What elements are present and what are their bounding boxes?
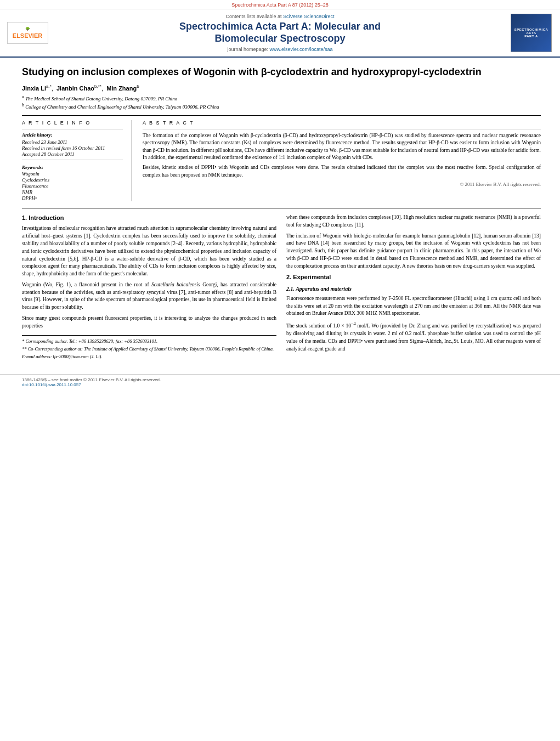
journal-top-bar: Spectrochimica Acta Part A 87 (2012) 25–…: [0, 0, 560, 9]
header-center: Contents lists available at SciVerse Sci…: [54, 14, 506, 52]
history-label: Article history:: [22, 132, 123, 138]
footnote-3: E-mail address: ljx-2000@tom.com (J. Li)…: [22, 354, 276, 360]
body-right-col: when these compounds from inclusion comp…: [286, 214, 541, 361]
article-content: Studying on inclusion complexes of Wogon…: [0, 58, 560, 370]
keyword-5: DPPH•: [22, 195, 123, 201]
article-info-header: A R T I C L E I N F O: [22, 120, 123, 126]
keyword-3: Fluorescence: [22, 183, 123, 189]
keyword-2: Cyclodextrins: [22, 177, 123, 183]
affiliation-a: a The Medical School of Shanxi Datong Un…: [22, 94, 541, 101]
keyword-1: Wogonin: [22, 171, 123, 177]
doi-text: doi:10.1016/j.saa.2011.10.057: [22, 382, 538, 387]
article-info-col: A R T I C L E I N F O Article history: R…: [22, 120, 132, 201]
elsevier-logo-area: 🌳 ELSEVIER: [5, 22, 49, 44]
homepage-link[interactable]: www.elsevier.com/locate/saa: [270, 47, 333, 52]
author-min: Min Zhang: [106, 85, 137, 92]
header-right-logo: SPECTROCHIMICAACTAPART A: [511, 14, 555, 52]
sep-thin-3: [143, 129, 541, 129]
intro-para-1: Investigations of molecular recognition …: [22, 225, 276, 278]
sep-thin-1: [22, 129, 123, 129]
intro-para-2: Wogonin (Wo, Fig. 1), a flavonoid presen…: [22, 281, 276, 312]
journal-homepage: journal homepage: www.elsevier.com/locat…: [54, 47, 506, 52]
elsevier-wordmark: ELSEVIER: [13, 32, 42, 39]
affiliations: a The Medical School of Shanxi Datong Un…: [22, 94, 541, 110]
issn-text: 1386-1425/$ – see front matter © 2011 El…: [22, 377, 538, 382]
right-para-1: when these compounds from inclusion comp…: [286, 214, 541, 229]
footnotes-area: * Corresponding author. Tel.: +86 139352…: [22, 335, 276, 360]
badge-label: SPECTROCHIMICAACTAPART A: [514, 28, 548, 38]
received-date: Received 23 June 2011: [22, 139, 123, 145]
elsevier-tree-icon: 🌳: [13, 27, 42, 31]
section1-title: 1. Introduction: [22, 214, 276, 222]
keywords-label: Keywords:: [22, 165, 123, 170]
subsection2-1-title: 2.1. Apparatus and materials: [286, 285, 541, 293]
sciverse-link[interactable]: SciVerse ScienceDirect: [283, 14, 335, 19]
author-jianbin: Jianbin Chao: [56, 85, 94, 92]
footnote-2: ** Co-Corresponding author at: The Insti…: [22, 346, 276, 353]
body-two-col: 1. Introduction Investigations of molecu…: [22, 214, 541, 361]
abstract-text-2: Besides, kinetic studies of DPPH• with W…: [143, 164, 541, 179]
authors-line: Jinxia Lia,*, Jianbin Chaob,**, Min Zhan…: [22, 84, 541, 92]
contents-line: Contents lists available at SciVerse Sci…: [54, 14, 506, 19]
journal-title: Spectrochimica Acta Part A: Molecular an…: [54, 21, 506, 44]
abstract-text-1: The formation of the complexes of Wogoni…: [143, 132, 541, 161]
affiliation-b: b College of Chemistry and Chemical Engi…: [22, 103, 541, 110]
journal-header: 🌳 ELSEVIER Contents lists available at S…: [0, 9, 560, 58]
body-left-col: 1. Introduction Investigations of molecu…: [22, 214, 276, 361]
keyword-4: NMR: [22, 189, 123, 195]
section2-para-2: The stock solution of 1.0 × 10−4 mol/L W…: [286, 321, 541, 353]
article-info-abstract: A R T I C L E I N F O Article history: R…: [22, 120, 541, 201]
separator-2: [22, 208, 541, 208]
accepted-date: Accepted 28 October 2011: [22, 151, 123, 157]
elsevier-logo: 🌳 ELSEVIER: [7, 22, 48, 44]
doi-link[interactable]: doi:10.1016/j.saa.2011.10.057: [22, 382, 81, 387]
section2-title: 2. Experimental: [286, 273, 541, 281]
abstract-header: A B S T R A C T: [143, 120, 541, 126]
article-title: Studying on inclusion complexes of Wogon…: [22, 66, 541, 78]
copyright: © 2011 Elsevier B.V. All rights reserved…: [143, 182, 541, 187]
sep-thin-2: [22, 160, 123, 160]
abstract-col: A B S T R A C T The formation of the com…: [143, 120, 541, 201]
right-para-2: The inclusion of Wogonin with biologic-m…: [286, 233, 541, 270]
page-container: Spectrochimica Acta Part A 87 (2012) 25–…: [0, 0, 560, 741]
separator-1: [22, 115, 541, 116]
author-jinxia: Jinxia Li: [22, 85, 46, 92]
spectrachimica-badge: SPECTROCHIMICAACTAPART A: [511, 14, 552, 52]
footnote-1: * Corresponding author. Tel.: +86 139352…: [22, 338, 276, 345]
bottom-bar: 1386-1425/$ – see front matter © 2011 El…: [0, 374, 560, 390]
intro-para-3: Since many guest compounds present fluor…: [22, 315, 276, 330]
journal-citation: Spectrochimica Acta Part A 87 (2012) 25–…: [231, 2, 329, 8]
revised-date: Received in revised form 16 October 2011: [22, 145, 123, 151]
section2-para-1: Fluorescence measurements were performed…: [286, 295, 541, 318]
